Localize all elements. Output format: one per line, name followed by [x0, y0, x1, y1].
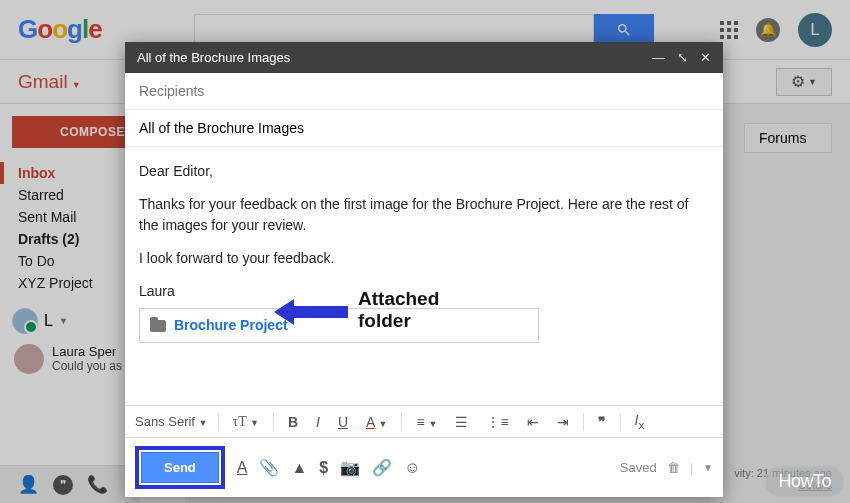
recipients-field[interactable]: Recipients: [125, 73, 723, 110]
send-button[interactable]: Send: [141, 452, 219, 483]
compose-window: All of the Brochure Images — ⤡ ✕ Recipie…: [125, 42, 723, 497]
saved-label: Saved: [620, 460, 657, 475]
indent-more-button[interactable]: ⇥: [553, 414, 573, 430]
formatting-toggle-icon[interactable]: A: [237, 459, 248, 477]
bullet-list-button[interactable]: ⋮≡: [482, 414, 512, 430]
numbered-list-button[interactable]: ☰: [451, 414, 472, 430]
format-toolbar: Sans Serif ▼ τT ▼ B I U A ▼ ≡ ▼ ☰ ⋮≡ ⇤ ⇥…: [125, 405, 723, 438]
drive-icon[interactable]: ▲: [291, 459, 307, 477]
font-size-button[interactable]: τT ▼: [229, 414, 263, 430]
close-icon[interactable]: ✕: [700, 50, 711, 65]
quote-button[interactable]: ❞: [594, 414, 610, 430]
attach-icon[interactable]: 📎: [259, 458, 279, 477]
watermark: HowTo: [765, 466, 844, 497]
attachment-chip[interactable]: Brochure Project: [139, 308, 539, 343]
italic-button[interactable]: I: [312, 414, 324, 430]
link-icon[interactable]: 🔗: [372, 458, 392, 477]
subject-field[interactable]: All of the Brochure Images: [125, 110, 723, 147]
bold-button[interactable]: B: [284, 414, 302, 430]
font-select[interactable]: Sans Serif ▼: [135, 414, 208, 429]
text-color-button[interactable]: A ▼: [362, 414, 391, 430]
expand-icon[interactable]: ⤡: [677, 50, 688, 65]
body-p2: I look forward to your feedback.: [139, 248, 709, 269]
compose-title: All of the Brochure Images: [137, 50, 290, 65]
compose-body[interactable]: Dear Editor, Thanks for your feedback on…: [125, 147, 723, 405]
compose-header[interactable]: All of the Brochure Images — ⤡ ✕: [125, 42, 723, 73]
indent-less-button[interactable]: ⇤: [523, 414, 543, 430]
photo-icon[interactable]: 📷: [340, 458, 360, 477]
emoji-icon[interactable]: ☺: [404, 459, 420, 477]
attachment-name: Brochure Project: [174, 315, 288, 336]
body-greeting: Dear Editor,: [139, 161, 709, 182]
discard-icon[interactable]: 🗑: [667, 460, 680, 475]
align-button[interactable]: ≡ ▼: [412, 414, 441, 430]
more-options-icon[interactable]: ▼: [703, 462, 713, 473]
body-sign: Laura: [139, 281, 709, 302]
clear-format-button[interactable]: Ix: [631, 412, 649, 431]
send-highlight: Send: [135, 446, 225, 489]
money-icon[interactable]: $: [319, 459, 328, 477]
underline-button[interactable]: U: [334, 414, 352, 430]
folder-icon: [150, 320, 166, 332]
send-row: Send A 📎 ▲ $ 📷 🔗 ☺ Saved 🗑 | ▼: [125, 438, 723, 497]
minimize-icon[interactable]: —: [652, 50, 665, 65]
body-p1: Thanks for your feedback on the first im…: [139, 194, 709, 236]
